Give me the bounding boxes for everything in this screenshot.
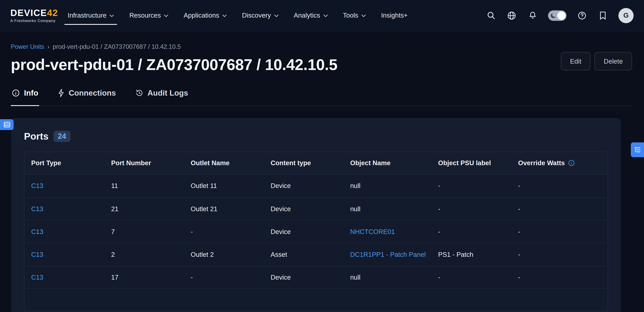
nav-label: Tools xyxy=(343,12,358,19)
cell-text: Asset xyxy=(271,251,287,258)
nav-item-insights[interactable]: Insights+ xyxy=(380,0,408,31)
nav-label: Infrastructure xyxy=(68,12,106,19)
page-header: Power Units › prod-vert-pdu-01 / ZA07370… xyxy=(0,31,644,74)
detail-tabs: Info Connections Audit Logs xyxy=(11,86,633,106)
column-header-outlet-name: Outlet Name xyxy=(184,159,264,167)
cell-text: 7 xyxy=(111,228,115,235)
table-row: C1321Outlet 21Devicenull-- xyxy=(24,197,608,220)
nav-item-infrastructure[interactable]: Infrastructure xyxy=(67,0,115,31)
nav-label: Discovery xyxy=(242,12,271,19)
cell-text: Device xyxy=(271,273,291,281)
ports-table: Port Type Port Number Outlet Name Conten… xyxy=(24,152,608,311)
side-panel-toggle-button[interactable] xyxy=(0,119,14,130)
breadcrumb: Power Units › prod-vert-pdu-01 / ZA07370… xyxy=(11,43,633,50)
chevron-down-icon xyxy=(324,15,328,17)
nav-label: Applications xyxy=(184,12,219,19)
device42-logo[interactable]: DEVICE42 A Freshworks Company xyxy=(10,8,58,23)
main-nav: Infrastructure Resources Applications Di… xyxy=(67,0,408,31)
cell-text: null xyxy=(350,182,360,190)
ports-title: Ports xyxy=(24,131,48,142)
cell-text: Outlet 21 xyxy=(191,205,218,213)
cell-text: 11 xyxy=(111,182,118,190)
tree-view-toggle-button[interactable] xyxy=(631,142,644,157)
cell-text: Device xyxy=(271,228,291,235)
history-icon xyxy=(135,89,144,97)
tree-icon xyxy=(634,146,641,153)
column-header-object-psu-label: Object PSU label xyxy=(431,159,511,167)
dark-mode-toggle[interactable] xyxy=(548,10,566,21)
nav-item-applications[interactable]: Applications xyxy=(183,0,228,31)
edit-button[interactable]: Edit xyxy=(561,52,591,70)
cell-link[interactable]: NHCTCORE01 xyxy=(350,228,395,235)
cell-text: - xyxy=(518,205,520,213)
column-header-port-number: Port Number xyxy=(104,159,184,167)
page-title: prod-vert-pdu-01 / ZA0737007687 / 10.42.… xyxy=(11,55,633,74)
help-icon[interactable] xyxy=(577,10,587,21)
search-icon[interactable] xyxy=(486,10,496,21)
tab-info[interactable]: Info xyxy=(11,86,39,106)
tab-connections[interactable]: Connections xyxy=(56,86,116,106)
table-row: C132Outlet 2AssetDC1R1PP1 - Patch PanelP… xyxy=(24,243,608,266)
notifications-bell-icon[interactable] xyxy=(527,10,538,21)
table-row: C1317-Devicenull-- xyxy=(24,266,608,288)
table-row: C1311Outlet 11Devicenull-- xyxy=(24,174,608,197)
nav-item-resources[interactable]: Resources xyxy=(128,0,169,31)
cell-text: PS1 - Patch xyxy=(438,251,473,258)
table-row: C137-DeviceNHCTCORE01-- xyxy=(24,220,608,243)
logo-text: DEVICE xyxy=(10,8,47,18)
cell-text: - xyxy=(518,228,520,235)
nav-label: Insights+ xyxy=(381,12,408,19)
column-header-content-type: Content type xyxy=(264,159,344,167)
cell-text: - xyxy=(438,273,440,281)
breadcrumb-current: prod-vert-pdu-01 / ZA0737007687 / 10.42.… xyxy=(52,43,181,50)
cell-text: 2 xyxy=(111,251,115,258)
avatar-initial: G xyxy=(624,12,628,20)
cell-text: - xyxy=(191,273,193,281)
cell-link[interactable]: DC1R1PP1 - Patch Panel xyxy=(350,251,426,258)
cell-link[interactable]: C13 xyxy=(31,205,43,213)
info-icon xyxy=(12,89,20,97)
ports-count-badge: 24 xyxy=(54,131,70,142)
cell-link[interactable]: C13 xyxy=(31,228,43,235)
nav-item-analytics[interactable]: Analytics xyxy=(293,0,328,31)
tab-audit-logs[interactable]: Audit Logs xyxy=(134,86,189,106)
lightning-icon xyxy=(57,89,64,97)
cell-text: Device xyxy=(271,182,291,190)
nav-label: Analytics xyxy=(294,12,320,19)
tab-label: Info xyxy=(24,88,38,97)
column-header-override-watts: Override Watts xyxy=(511,159,608,167)
navbar-utilities: G xyxy=(486,8,634,23)
cell-text: - xyxy=(191,228,193,235)
nav-item-discovery[interactable]: Discovery xyxy=(241,0,280,31)
breadcrumb-separator: › xyxy=(47,43,49,50)
chevron-down-icon xyxy=(110,15,114,17)
tab-label: Audit Logs xyxy=(148,88,188,97)
cell-text: Device xyxy=(271,205,291,213)
ports-card-header: Ports 24 xyxy=(24,131,608,142)
cell-text: - xyxy=(518,182,520,190)
user-avatar[interactable]: G xyxy=(618,8,634,23)
nav-item-tools[interactable]: Tools xyxy=(342,0,367,31)
cell-text: Outlet 2 xyxy=(191,251,214,258)
cell-text: Outlet 11 xyxy=(191,182,217,190)
info-tooltip-icon[interactable] xyxy=(568,160,575,166)
table-row-partial xyxy=(24,288,608,311)
breadcrumb-root-link[interactable]: Power Units xyxy=(11,43,44,50)
column-header-port-type: Port Type xyxy=(24,159,104,167)
logo-accent: 42 xyxy=(47,8,58,18)
header-actions: Edit Delete xyxy=(561,52,632,70)
cell-text: - xyxy=(438,228,440,235)
logo-tagline: A Freshworks Company xyxy=(10,19,58,23)
delete-button[interactable]: Delete xyxy=(595,52,632,70)
cell-text: - xyxy=(518,251,520,258)
bookmark-icon[interactable] xyxy=(598,10,608,21)
cell-text: null xyxy=(350,273,360,281)
ports-card: Ports 24 Port Type Port Number Outlet Na… xyxy=(11,118,621,312)
cell-text: - xyxy=(518,273,520,281)
globe-icon[interactable] xyxy=(506,10,517,21)
cell-link[interactable]: C13 xyxy=(31,251,43,258)
cell-text: - xyxy=(438,182,440,190)
chevron-down-icon xyxy=(274,15,279,17)
cell-link[interactable]: C13 xyxy=(31,182,43,190)
cell-link[interactable]: C13 xyxy=(31,273,43,281)
